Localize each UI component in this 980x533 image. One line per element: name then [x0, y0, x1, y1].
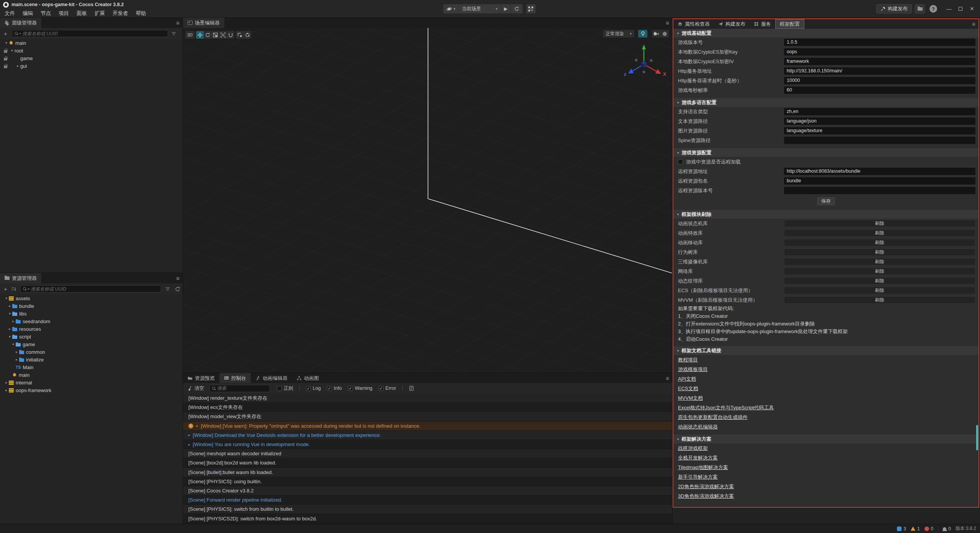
filter-checkbox-info[interactable]: ✓Info — [327, 386, 342, 391]
field-input[interactable]: http://192.168.0.150/main/ — [784, 67, 975, 75]
hierarchy-search[interactable]: ▾ — [12, 30, 168, 37]
doc-link[interactable]: 2D角色扮演游戏解决方案 — [678, 483, 734, 490]
expand-arrow-icon[interactable]: ▸ — [188, 433, 190, 437]
log-row[interactable]: [Scene] [PHYSICS2D]: switch from box2d-w… — [183, 514, 672, 523]
expand-arrow-icon[interactable]: ▸ — [188, 443, 190, 446]
maximize-button[interactable] — [955, 3, 966, 15]
close-button[interactable]: × — [966, 3, 978, 15]
tree-node-initialize[interactable]: ▸initialize — [0, 356, 183, 363]
doc-link[interactable]: 游戏模板项目 — [678, 366, 708, 373]
tree-node-oops-framework[interactable]: ▸oops-framework — [0, 386, 183, 394]
log-row[interactable]: ▸[Window] You are running Vue in develop… — [183, 440, 672, 449]
help-button[interactable]: ? — [929, 5, 937, 13]
open-project-folder-button[interactable] — [915, 4, 925, 13]
tab-scene-editor[interactable]: 场景编辑器 — [183, 18, 224, 28]
camera-button[interactable] — [652, 30, 660, 38]
field-input[interactable]: 60 — [784, 87, 975, 94]
log-row[interactable]: [Window] render_texture文件夹存在 — [183, 394, 672, 403]
warning-counter[interactable]: 1 — [911, 526, 920, 531]
remove-module-button[interactable]: 剔除 — [784, 277, 975, 284]
build-publish-button[interactable]: 构建发布 — [876, 4, 912, 13]
section-header[interactable]: ▾游戏多语言配置 — [673, 98, 978, 107]
expand-arrow-icon[interactable]: ▸ — [15, 64, 20, 68]
collapse-arrow-icon[interactable]: ▾ — [7, 335, 12, 338]
clear-console-button[interactable]: 清空 — [188, 385, 204, 392]
snap-corner-button[interactable] — [236, 31, 243, 39]
scene-settings-button[interactable] — [660, 30, 669, 38]
console-tab-1[interactable]: 控制台 — [219, 373, 251, 383]
section-header[interactable]: ▾游戏基础配置 — [673, 29, 978, 38]
field-input[interactable]: http://localhost:8083/assets/bundle — [784, 168, 975, 175]
tree-node-Main[interactable]: TSMain — [0, 363, 183, 371]
scale-tool-button[interactable] — [211, 31, 219, 39]
log-row[interactable]: [Scene] [box2d]:box2d wasm lib loaded. — [183, 458, 672, 468]
preview-device-button[interactable]: ▾ — [443, 4, 459, 13]
log-row[interactable]: [Scene] [bullet]:bullet wasm lib loaded. — [183, 468, 672, 477]
console-search-input[interactable] — [217, 386, 267, 391]
doc-link[interactable]: 战棋游戏框架 — [678, 445, 708, 452]
menu-item-file[interactable]: 文件 — [1, 9, 19, 18]
tab-hierarchy[interactable]: 层级管理器 — [0, 18, 41, 28]
tree-node-game[interactable]: ▾game — [0, 340, 183, 348]
log-row[interactable]: [Window] ecs文件夹存在 — [183, 403, 672, 412]
console-tab-3[interactable]: 动画图 — [292, 373, 323, 383]
inspector-tab-3[interactable]: 框架配置 — [775, 19, 804, 29]
menu-item-help[interactable]: 帮助 — [132, 9, 150, 18]
expand-arrow-icon[interactable]: ▸ — [4, 381, 9, 384]
collapse-arrow-icon[interactable]: ▾ — [10, 49, 15, 52]
tree-node-gui[interactable]: ▸gui — [0, 62, 183, 70]
assets-menu-button[interactable]: ≡ — [176, 273, 180, 283]
reload-button[interactable] — [511, 4, 523, 13]
add-node-button[interactable]: + — [4, 30, 7, 37]
log-row[interactable]: [Scene] Cocos Creator v3.8.2 — [183, 486, 672, 495]
minimize-button[interactable]: — — [943, 3, 955, 15]
expand-arrow-icon[interactable]: ▸ — [7, 327, 12, 331]
doc-link[interactable]: 新手引导解决方案 — [678, 474, 718, 481]
collapse-arrow-icon[interactable]: ▾ — [7, 312, 12, 316]
mode-3d-button[interactable]: 3D — [185, 31, 194, 39]
collapse-arrow-icon[interactable]: ▾ — [4, 41, 9, 45]
tab-assets[interactable]: 资源管理器 — [0, 273, 41, 283]
hierarchy-search-input[interactable] — [22, 31, 165, 36]
filter-checkbox-warning[interactable]: ✓Warning — [348, 386, 372, 391]
field-input[interactable]: zh,en — [784, 108, 975, 115]
remove-module-button[interactable]: 剔除 — [784, 287, 975, 294]
console-search[interactable] — [209, 385, 270, 392]
remove-module-button[interactable]: 剔除 — [784, 249, 975, 256]
assets-search-input[interactable] — [31, 286, 158, 292]
sort-icon[interactable] — [11, 286, 16, 292]
remove-module-button[interactable]: 剔除 — [784, 239, 975, 246]
console-tab-2[interactable]: 动画编辑器 — [251, 373, 292, 383]
log-row[interactable]: [Scene] meshopt wasm decoder initialized — [183, 449, 672, 458]
lock-icon[interactable] — [4, 50, 7, 53]
info-counter[interactable]: 3 — [897, 526, 906, 531]
play-button[interactable]: ▶ — [501, 4, 511, 13]
menu-item-edit[interactable]: 编辑 — [19, 9, 37, 18]
log-row[interactable]: ▸[Window] Download the Vue Devtools exte… — [183, 431, 672, 440]
rotate-tool-button[interactable] — [204, 31, 211, 39]
tree-node-bundle[interactable]: ▸bundle — [0, 302, 183, 310]
menu-item-extension[interactable]: 扩展 — [91, 9, 109, 18]
section-header[interactable]: ▾框架模块剔除 — [673, 210, 978, 219]
assets-search[interactable]: ▾ — [20, 285, 161, 293]
expand-arrow-icon[interactable]: ▸ — [11, 319, 16, 323]
tree-node-common[interactable]: ▸common — [0, 348, 183, 356]
doc-link[interactable]: 全栈开发解决方案 — [678, 455, 718, 461]
inspector-tab-0[interactable]: 属性检查器 — [673, 19, 714, 29]
field-input[interactable]: framework — [784, 58, 975, 65]
scene-menu-button[interactable]: ≡ — [666, 18, 669, 28]
tree-node-root[interactable]: ▾root — [0, 47, 183, 54]
log-row[interactable]: [Window] model_view文件夹存在 — [183, 412, 672, 421]
console-tab-0[interactable]: 资源预览 — [183, 373, 219, 383]
config-checkbox-row[interactable]: 游戏中资源是否远程加载 — [673, 157, 978, 167]
doc-link[interactable]: 动画状态机编辑器 — [678, 423, 718, 430]
field-input[interactable]: bundle — [784, 177, 975, 185]
collapse-arrow-icon[interactable]: ▾ — [11, 342, 16, 346]
inspector-tab-1[interactable]: 构建发布 — [714, 19, 750, 29]
error-counter[interactable]: 0 — [924, 526, 934, 531]
doc-link[interactable]: 原生包热更新配置自动生成插件 — [678, 414, 748, 421]
scene-select[interactable]: 当前场景 ▾ — [459, 4, 501, 13]
tree-node-main[interactable]: main — [0, 371, 183, 379]
filter-icon[interactable] — [171, 31, 176, 36]
section-header[interactable]: ▾框架文档工具链接 — [673, 346, 978, 355]
